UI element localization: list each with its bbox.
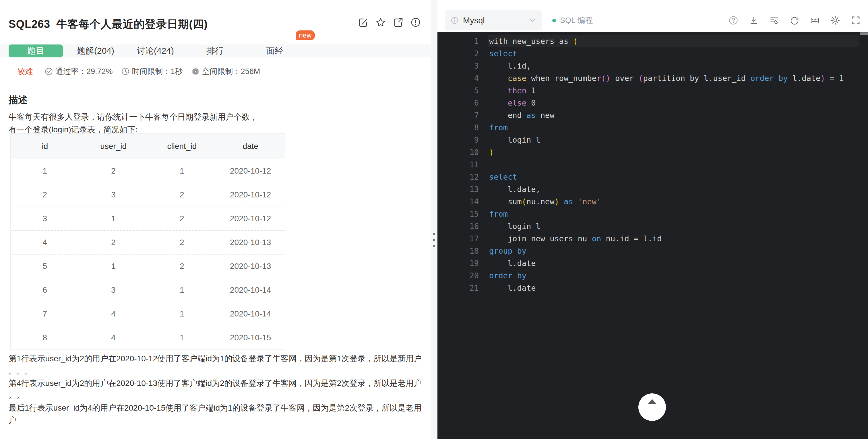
table-row: 4222020-10-13: [11, 230, 285, 254]
table-row: 8412020-10-15: [11, 326, 285, 349]
line-number: 5: [437, 84, 479, 97]
code-line[interactable]: 12select: [437, 171, 868, 183]
code-line[interactable]: 15from: [437, 208, 868, 220]
problem-panel: SQL263 牛客每个人最近的登录日期(四) 题目题解(204)讨论(424)排…: [0, 0, 431, 439]
mode-label: SQL 编程: [560, 15, 593, 26]
tab-面经[interactable]: 面经: [245, 44, 305, 57]
code-line[interactable]: 19 l.date: [437, 257, 868, 270]
line-number: 4: [437, 72, 479, 84]
settings-icon[interactable]: [830, 15, 840, 25]
line-number: 14: [437, 195, 479, 208]
keyboard-icon[interactable]: [810, 15, 820, 25]
difficulty-badge: 较难: [17, 66, 33, 76]
line-number: 18: [437, 245, 479, 257]
format-icon[interactable]: [769, 15, 779, 25]
line-number: 2: [437, 48, 479, 60]
code-line[interactable]: 11: [437, 158, 868, 171]
tab-讨论(424)[interactable]: 讨论(424): [125, 44, 185, 57]
fullscreen-icon[interactable]: [851, 15, 861, 25]
code-line[interactable]: 3 l.id,: [437, 60, 868, 72]
table-cell: 2: [148, 254, 216, 278]
table-cell: 2: [148, 231, 216, 254]
code-line[interactable]: 17 join new_users nu on nu.id = l.id: [437, 232, 868, 245]
code-text: from: [489, 121, 508, 134]
problem-tabs: 题目题解(204)讨论(424)排行面经: [0, 44, 431, 57]
panel-resize-handle[interactable]: [431, 0, 437, 439]
code-text: case when row_number() over (partition b…: [489, 72, 844, 84]
code-text: l.date: [489, 257, 536, 270]
download-icon[interactable]: [749, 15, 758, 25]
table-cell: 4: [11, 231, 79, 254]
line-number: 8: [437, 121, 479, 134]
table-cell: 2020-10-12: [216, 207, 285, 230]
line-number: 6: [437, 97, 479, 109]
star-icon[interactable]: [375, 17, 386, 28]
table-cell: 5: [11, 254, 79, 278]
explanation-line: 。。: [9, 389, 428, 402]
tab-题解(204)[interactable]: 题解(204): [66, 44, 125, 57]
code-line[interactable]: 2select: [437, 48, 868, 60]
line-number: 10: [437, 146, 479, 158]
report-icon[interactable]: [410, 17, 421, 28]
code-line[interactable]: 7 end as new: [437, 109, 868, 121]
line-number: 1: [437, 35, 479, 48]
table-header-row: iduser_idclient_iddate: [11, 134, 285, 159]
space-limit: 空间限制：256M: [191, 66, 260, 76]
help-icon[interactable]: [728, 15, 738, 25]
table-cell: 1: [148, 159, 216, 183]
language-select[interactable]: Mysql: [445, 10, 542, 30]
code-line[interactable]: 6 else 0: [437, 97, 868, 109]
code-line[interactable]: 9 login l: [437, 134, 868, 146]
tab-排行[interactable]: 排行: [185, 44, 245, 57]
code-line[interactable]: 1with new_users as (: [437, 35, 868, 48]
new-badge: new: [296, 30, 315, 40]
code-line[interactable]: 8from: [437, 121, 868, 134]
code-text: l.date: [489, 282, 536, 294]
code-line[interactable]: 18group by: [437, 245, 868, 257]
share-icon[interactable]: [393, 17, 403, 28]
scrollbar-marker: [860, 32, 868, 35]
problem-meta: 较难 通过率：29.72% 时间限制：1秒 空间限制：256M: [17, 66, 260, 76]
tab-题目[interactable]: 题目: [9, 44, 63, 57]
table-header-cell: date: [216, 134, 285, 159]
reset-icon[interactable]: [789, 15, 799, 25]
edit-icon[interactable]: [358, 17, 368, 28]
code-line[interactable]: 4 case when row_number() over (partition…: [437, 72, 868, 84]
line-number: 7: [437, 109, 479, 121]
code-text: from: [489, 208, 508, 220]
language-value: Mysql: [463, 16, 529, 25]
code-editor[interactable]: 1with new_users as (2select3 l.id,4 case…: [437, 32, 868, 439]
code-text: l.date,: [489, 183, 540, 195]
mode-indicator: SQL 编程: [552, 10, 593, 30]
line-number: 3: [437, 60, 479, 72]
table-cell: 2020-10-14: [216, 278, 285, 302]
code-line[interactable]: 14 sum(nu.new) as 'new': [437, 195, 868, 208]
expand-console-button[interactable]: [639, 394, 666, 421]
table-row: 2322020-10-12: [11, 183, 285, 207]
table-cell: 2: [148, 183, 216, 207]
code-line[interactable]: 20order by: [437, 270, 868, 282]
line-number: 17: [437, 232, 479, 245]
code-line[interactable]: 13 l.date,: [437, 183, 868, 195]
explanation-text: 第1行表示user_id为2的用户在2020-10-12使用了客户端id为1的设…: [9, 352, 428, 427]
code-text: sum(nu.new) as 'new': [489, 195, 601, 208]
code-line[interactable]: 10): [437, 146, 868, 158]
clock-icon: [121, 67, 129, 75]
line-number: 13: [437, 183, 479, 195]
code-line[interactable]: 21 l.date: [437, 282, 868, 294]
table-header-cell: user_id: [79, 134, 148, 159]
table-cell: 2: [148, 207, 216, 230]
table-cell: 1: [148, 326, 216, 349]
code-text: order by: [489, 270, 526, 282]
explanation-line: 最后1行表示user_id为4的用户在2020-10-15使用了客户端id为1的…: [9, 402, 428, 427]
code-line[interactable]: 5 then 1: [437, 84, 868, 97]
code-line[interactable]: 16 login l: [437, 220, 868, 232]
editor-toolbar: Mysql SQL 编程: [437, 0, 868, 32]
table-cell: 2020-10-13: [216, 231, 285, 254]
pass-rate: 通过率：29.72%: [45, 66, 113, 76]
code-text: l.id,: [489, 60, 531, 72]
code-text: with new_users as (: [489, 35, 578, 48]
explanation-line: 。。。: [9, 365, 428, 377]
table-header-cell: id: [11, 134, 79, 159]
editor-scrollbar[interactable]: [860, 32, 868, 439]
